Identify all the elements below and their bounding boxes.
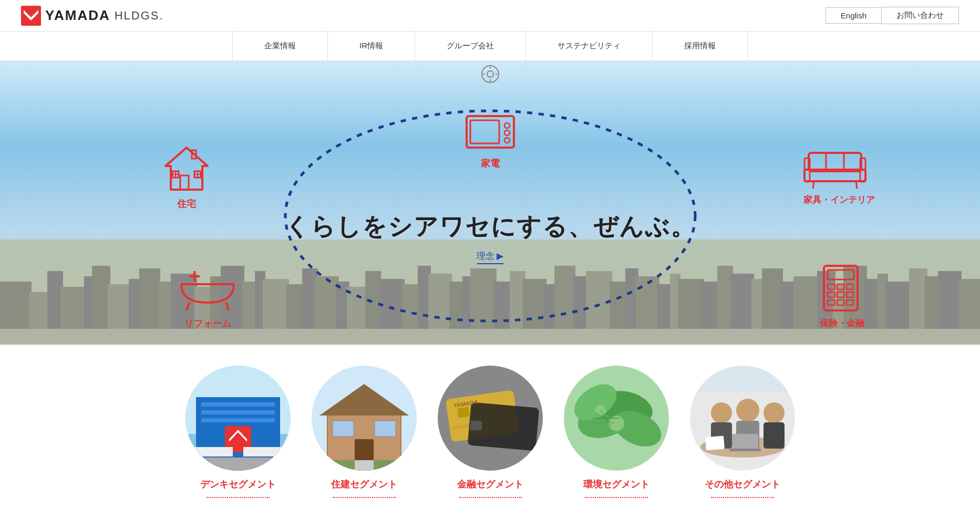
svg-rect-0	[21, 6, 41, 26]
search-icon-area[interactable]	[481, 65, 499, 85]
nav-item-ir[interactable]: IR情報	[328, 32, 415, 60]
svg-point-82	[504, 123, 510, 128]
bathtub-icon-item[interactable]: リフォーム	[179, 268, 236, 330]
svg-rect-117	[185, 458, 291, 471]
juken-image	[312, 366, 417, 471]
svg-rect-153	[764, 422, 785, 449]
svg-rect-81	[470, 120, 499, 143]
svg-line-91	[813, 181, 814, 189]
logo-brand: YAMADA	[45, 7, 110, 24]
svg-rect-125	[333, 421, 354, 437]
sofa-label: 家具・インテリア	[803, 194, 875, 206]
logo-sub: HLDGS.	[115, 9, 164, 23]
svg-line-107	[187, 303, 189, 310]
svg-line-108	[226, 303, 229, 310]
contact-button[interactable]: お問い合わせ	[882, 7, 959, 24]
svg-rect-72	[180, 175, 189, 190]
svg-rect-112	[201, 402, 275, 407]
svg-rect-157	[690, 366, 795, 392]
house-icon-item[interactable]: 住宅	[163, 145, 210, 210]
bathtub-label: リフォーム	[179, 317, 236, 330]
hero-section: 住宅 家電	[0, 61, 980, 345]
philosophy-label: 理念	[477, 250, 494, 262]
svg-rect-97	[847, 284, 853, 289]
svg-rect-155	[729, 449, 761, 451]
segment-kinyu[interactable]: YAMADA 金融セグメント	[438, 366, 543, 498]
segment-denki-circle	[185, 366, 291, 471]
logo-area: YAMADA HLDGS.	[21, 6, 164, 26]
svg-marker-71	[166, 148, 208, 190]
svg-rect-131	[457, 407, 469, 418]
nav-item-group[interactable]: グループ会社	[415, 32, 526, 60]
svg-rect-118	[191, 447, 233, 456]
appliance-icon-item[interactable]: 家電	[464, 111, 517, 170]
segment-kankyo-label: 環境セグメント	[583, 478, 649, 491]
svg-rect-101	[828, 300, 834, 305]
svg-point-65	[487, 71, 493, 77]
svg-rect-114	[201, 418, 275, 422]
nav-item-company[interactable]: 企業情報	[232, 32, 328, 60]
hero-slogan: くらしをシアワセにする、ぜんぶ。	[285, 211, 696, 243]
segment-kankyo-circle	[564, 366, 669, 471]
segment-denki-label: デンキセグメント	[200, 478, 276, 491]
segments-section: デンキセグメント 住建セグ	[0, 345, 980, 509]
sonota-image	[690, 366, 795, 471]
svg-point-152	[764, 402, 785, 423]
segment-kinyu-label: 金融セグメント	[457, 478, 523, 491]
appliance-label: 家電	[464, 157, 517, 170]
segment-sonota-label: その他セグメント	[705, 478, 780, 491]
philosophy-arrow: ▶	[497, 251, 503, 262]
svg-rect-128	[355, 460, 374, 471]
segment-kinyu-circle: YAMADA	[438, 366, 543, 471]
svg-rect-99	[837, 292, 844, 297]
segment-kankyo[interactable]: 環境セグメント	[564, 366, 669, 498]
svg-rect-94	[828, 270, 854, 279]
svg-rect-102	[837, 300, 844, 305]
segment-kinyu-line	[459, 497, 522, 498]
svg-point-150	[736, 399, 759, 422]
segment-sonota-line	[711, 497, 774, 498]
svg-point-83	[504, 130, 510, 136]
kankyo-image	[564, 366, 669, 471]
denki-image	[185, 366, 291, 471]
segment-juken-label: 住建セグメント	[331, 478, 397, 491]
sofa-icon-item[interactable]: 家具・インテリア	[803, 148, 875, 206]
calculator-label: 保険・金融	[820, 317, 864, 329]
yamada-logo-icon	[21, 6, 41, 26]
house-icon	[163, 145, 210, 192]
svg-rect-126	[375, 421, 396, 437]
header: YAMADA HLDGS. English お問い合わせ	[0, 0, 980, 32]
bathtub-icon	[179, 268, 236, 313]
svg-point-84	[504, 138, 510, 143]
segment-kankyo-line	[585, 497, 648, 498]
svg-rect-85	[809, 153, 861, 171]
segment-sonota-circle	[690, 366, 795, 471]
philosophy-link[interactable]: 理念 ▶	[477, 250, 503, 264]
svg-rect-93	[824, 266, 858, 310]
svg-point-148	[711, 402, 732, 423]
svg-rect-96	[837, 284, 844, 289]
calculator-icon	[820, 263, 862, 313]
svg-rect-119	[243, 447, 285, 456]
svg-rect-154	[732, 434, 758, 450]
segment-juken-line	[333, 497, 396, 498]
svg-rect-100	[847, 292, 853, 297]
svg-line-92	[856, 181, 857, 189]
nav-item-recruit[interactable]: 採用情報	[653, 32, 748, 60]
segment-sonota[interactable]: その他セグメント	[690, 366, 795, 498]
kinyu-image: YAMADA	[438, 366, 543, 471]
camera-search-icon	[481, 65, 499, 83]
sofa-icon	[803, 148, 866, 190]
segment-denki[interactable]: デンキセグメント	[185, 366, 291, 498]
nav-item-sustainability[interactable]: サステナビリティ	[526, 32, 653, 60]
segment-juken[interactable]: 住建セグメント	[312, 366, 417, 498]
svg-rect-98	[828, 292, 834, 297]
svg-rect-134	[470, 420, 482, 431]
language-button[interactable]: English	[826, 7, 882, 24]
main-nav: 企業情報 IR情報 グループ会社 サステナビリティ 採用情報	[0, 32, 980, 61]
calculator-icon-item[interactable]: 保険・金融	[820, 263, 864, 329]
svg-rect-113	[201, 410, 275, 414]
segment-juken-circle	[312, 366, 417, 471]
svg-rect-156	[705, 435, 725, 450]
appliance-icon	[464, 111, 517, 153]
